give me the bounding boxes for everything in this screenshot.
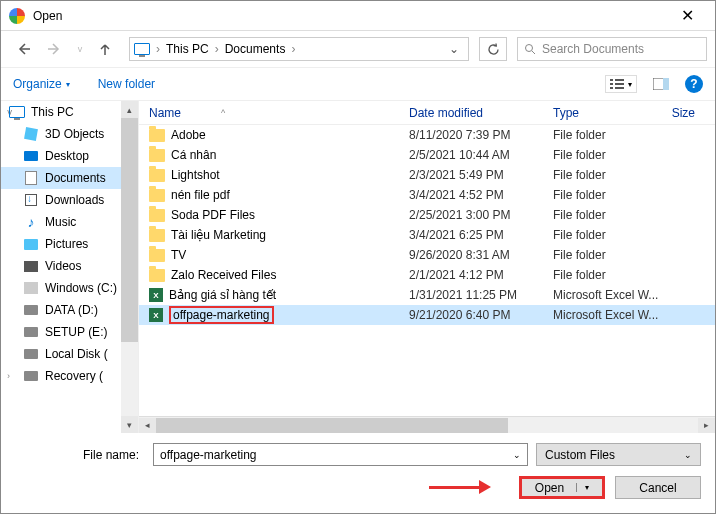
sidebar-item-label: DATA (D:) — [45, 303, 98, 317]
caret-icon: › — [7, 371, 10, 381]
scroll-thumb[interactable] — [156, 418, 508, 433]
cube-icon — [23, 127, 39, 141]
vid-icon — [23, 259, 39, 273]
breadcrumb-dropdown[interactable]: ⌄ — [444, 42, 464, 56]
sidebar-item-label: Videos — [45, 259, 81, 273]
recent-dropdown[interactable]: v — [73, 35, 87, 63]
file-date: 3/4/2021 6:25 PM — [399, 228, 543, 242]
sidebar-item-recovery-[interactable]: ›Recovery ( — [1, 365, 138, 387]
sidebar-item-documents[interactable]: Documents — [1, 167, 138, 189]
file-name: TV — [171, 248, 186, 262]
sidebar-item-windows-c-[interactable]: Windows (C:) — [1, 277, 138, 299]
drive-icon — [23, 325, 39, 339]
scroll-thumb[interactable] — [121, 118, 138, 342]
file-row[interactable]: Lightshot2/3/2021 5:49 PMFile folder — [139, 165, 715, 185]
refresh-button[interactable] — [479, 37, 507, 61]
file-date: 9/26/2020 8:31 AM — [399, 248, 543, 262]
file-date: 1/31/2021 11:25 PM — [399, 288, 543, 302]
scroll-right-button[interactable]: ▸ — [698, 418, 715, 433]
cancel-button[interactable]: Cancel — [615, 476, 701, 499]
scroll-up-button[interactable]: ▴ — [121, 101, 138, 118]
column-type[interactable]: Type — [543, 106, 653, 120]
chrome-icon — [9, 8, 25, 24]
svg-rect-8 — [663, 78, 669, 90]
sidebar-item-label: Music — [45, 215, 76, 229]
svg-rect-4 — [615, 83, 624, 85]
breadcrumb[interactable]: › This PC › Documents › ⌄ — [129, 37, 469, 61]
folder-icon — [149, 269, 165, 282]
file-name: offpage-marketing — [169, 306, 274, 324]
sidebar-item-local-disk-[interactable]: Local Disk ( — [1, 343, 138, 365]
sidebar-item-music[interactable]: ♪Music — [1, 211, 138, 233]
filename-input[interactable]: offpage-marketing ⌄ — [153, 443, 528, 466]
sidebar-scrollbar[interactable]: ▴ ▾ — [121, 101, 138, 433]
close-button[interactable]: ✕ — [667, 1, 707, 31]
new-folder-button[interactable]: New folder — [98, 77, 155, 91]
file-row[interactable]: nén file pdf3/4/2021 4:52 PMFile folder — [139, 185, 715, 205]
back-button[interactable] — [9, 35, 37, 63]
scroll-left-button[interactable]: ◂ — [139, 418, 156, 433]
file-date: 2/1/2021 4:12 PM — [399, 268, 543, 282]
preview-pane-button[interactable] — [647, 72, 675, 96]
annotation-arrow — [429, 480, 491, 494]
chevron-down-icon: ▾ — [576, 483, 589, 492]
file-date: 8/11/2020 7:39 PM — [399, 128, 543, 142]
sidebar-item-3d-objects[interactable]: 3D Objects — [1, 123, 138, 145]
file-list-pane: Name^ Date modified Type Size Adobe8/11/… — [139, 101, 715, 433]
file-row[interactable]: XBảng giá sỉ hàng tết1/31/2021 11:25 PMM… — [139, 285, 715, 305]
column-date[interactable]: Date modified — [399, 106, 543, 120]
file-type-filter[interactable]: Custom Files ⌄ — [536, 443, 701, 466]
drive-icon — [23, 369, 39, 383]
horizontal-scrollbar[interactable]: ◂ ▸ — [139, 416, 715, 433]
file-type: Microsoft Excel W... — [543, 308, 693, 322]
forward-button[interactable] — [41, 35, 69, 63]
pic-icon — [23, 237, 39, 251]
pc-icon — [134, 41, 150, 57]
view-options-button[interactable]: ▾ — [605, 75, 637, 93]
file-type: File folder — [543, 268, 693, 282]
sidebar-item-pictures[interactable]: Pictures — [1, 233, 138, 255]
column-name[interactable]: Name^ — [139, 106, 399, 120]
file-row[interactable]: Cá nhân2/5/2021 10:44 AMFile folder — [139, 145, 715, 165]
folder-icon — [149, 149, 165, 162]
chevron-right-icon: › — [154, 42, 162, 56]
chevron-down-icon: ⌄ — [513, 450, 521, 460]
open-button[interactable]: Open ▾ — [519, 476, 605, 499]
file-row[interactable]: Xoffpage-marketing9/21/2020 6:40 PMMicro… — [139, 305, 715, 325]
file-type: File folder — [543, 208, 693, 222]
file-name: Tài liệu Marketing — [171, 228, 266, 242]
file-list: Adobe8/11/2020 7:39 PMFile folderCá nhân… — [139, 125, 715, 416]
sidebar-item-this-pc[interactable]: ⅴThis PC — [1, 101, 138, 123]
sidebar-item-videos[interactable]: Videos — [1, 255, 138, 277]
file-row[interactable]: Soda PDF Files2/25/2021 3:00 PMFile fold… — [139, 205, 715, 225]
organize-button[interactable]: Organize▾ — [13, 77, 70, 91]
chevron-down-icon: ⌄ — [684, 450, 692, 460]
file-name: Zalo Received Files — [171, 268, 276, 282]
search-input[interactable]: Search Documents — [517, 37, 707, 61]
excel-icon: X — [149, 288, 163, 302]
help-button[interactable]: ? — [685, 75, 703, 93]
doc-icon — [23, 171, 39, 185]
up-button[interactable] — [91, 35, 119, 63]
breadcrumb-thispc[interactable]: This PC — [162, 42, 213, 56]
file-type: File folder — [543, 148, 693, 162]
sidebar-item-desktop[interactable]: Desktop — [1, 145, 138, 167]
file-row[interactable]: Adobe8/11/2020 7:39 PMFile folder — [139, 125, 715, 145]
file-date: 2/5/2021 10:44 AM — [399, 148, 543, 162]
column-size[interactable]: Size — [653, 106, 715, 120]
file-row[interactable]: Zalo Received Files2/1/2021 4:12 PMFile … — [139, 265, 715, 285]
chevron-right-icon: › — [213, 42, 221, 56]
folder-icon — [149, 169, 165, 182]
file-row[interactable]: Tài liệu Marketing3/4/2021 6:25 PMFile f… — [139, 225, 715, 245]
svg-rect-2 — [615, 79, 624, 81]
breadcrumb-documents[interactable]: Documents — [221, 42, 290, 56]
sidebar-item-setup-e-[interactable]: SETUP (E:) — [1, 321, 138, 343]
bottom-panel: File name: offpage-marketing ⌄ Custom Fi… — [1, 433, 715, 509]
scroll-down-button[interactable]: ▾ — [121, 416, 138, 433]
sidebar-item-downloads[interactable]: Downloads — [1, 189, 138, 211]
file-row[interactable]: TV9/26/2020 8:31 AMFile folder — [139, 245, 715, 265]
sidebar-item-data-d-[interactable]: DATA (D:) — [1, 299, 138, 321]
music-icon: ♪ — [23, 215, 39, 229]
pc-icon — [9, 105, 25, 119]
folder-icon — [149, 129, 165, 142]
